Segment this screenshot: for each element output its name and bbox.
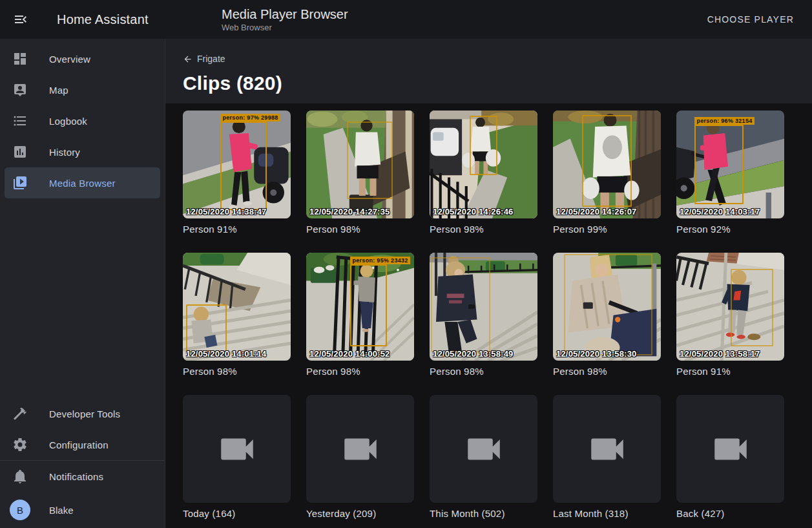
page-subtitle: Web Browser xyxy=(222,23,348,32)
user-name: Blake xyxy=(49,505,74,516)
folder-thumbnail[interactable] xyxy=(676,395,784,503)
view-dashboard-icon xyxy=(12,51,28,67)
sidebar-user-profile[interactable]: B Blake xyxy=(0,492,165,528)
clip-thumbnail[interactable]: person: 97% 2998812/05/2020 14:38:47 xyxy=(183,111,291,218)
video-icon xyxy=(339,428,382,470)
menu-open-icon xyxy=(13,12,28,27)
sidebar-item-logbook[interactable]: Logbook xyxy=(0,105,165,136)
app-title: Home Assistant xyxy=(57,12,149,27)
gear-icon xyxy=(12,437,28,452)
clip-card[interactable]: person: 95% 2343212/05/2020 14:00:52 Per… xyxy=(306,253,414,377)
clip-card[interactable]: 12/05/2020 14:01:14 Person 98% xyxy=(183,253,291,377)
sidebar-item-label: Developer Tools xyxy=(49,408,120,419)
sidebar-toggle-button[interactable] xyxy=(13,12,28,27)
page-title: Media Player Browser xyxy=(222,7,348,22)
folder-label: Yesterday (209) xyxy=(306,508,414,519)
arrow-left-icon xyxy=(183,54,193,64)
clip-thumbnail[interactable]: 12/05/2020 14:01:14 xyxy=(183,253,291,361)
choose-player-button[interactable]: CHOOSE PLAYER xyxy=(703,9,798,30)
sidebar-item-label: Logbook xyxy=(49,116,87,127)
clip-thumbnail[interactable]: 12/05/2020 14:26:46 xyxy=(430,111,537,218)
folder-label: Back (427) xyxy=(676,508,784,519)
media-browser-icon xyxy=(12,175,28,191)
clip-caption: Person 91% xyxy=(183,224,291,235)
sidebar-item-configuration[interactable]: Configuration xyxy=(0,429,165,460)
clip-card[interactable]: 12/05/2020 14:26:07 Person 99% xyxy=(553,111,661,235)
sidebar-item-label: Configuration xyxy=(49,439,109,450)
folder-card-today-164-[interactable]: Today (164) xyxy=(183,395,291,519)
sidebar-item-label: Overview xyxy=(49,54,90,65)
page-heading: Clips (820) xyxy=(183,72,812,94)
sidebar-item-media-browser[interactable]: Media Browser xyxy=(5,167,160,198)
clip-caption: Person 99% xyxy=(553,224,661,235)
clip-card[interactable]: 12/05/2020 13:58:49 Person 98% xyxy=(430,253,537,377)
content-header: Frigate Clips (820) xyxy=(165,39,812,103)
clip-thumbnail[interactable]: 12/05/2020 13:58:49 xyxy=(430,253,537,361)
sidebar-item-notifications[interactable]: Notifications xyxy=(0,461,165,492)
clip-card[interactable]: 12/05/2020 14:26:46 Person 98% xyxy=(430,111,537,235)
breadcrumb-back[interactable]: Frigate xyxy=(183,54,225,64)
top-app-bar: Home Assistant Media Player Browser Web … xyxy=(0,0,812,39)
video-icon xyxy=(216,428,258,470)
folder-thumbnail[interactable] xyxy=(183,395,291,503)
clip-thumbnail[interactable]: 12/05/2020 13:58:30 xyxy=(553,253,661,361)
clip-caption: Person 98% xyxy=(306,224,414,235)
clip-card[interactable]: 12/05/2020 14:27:35 Person 98% xyxy=(306,111,414,235)
folder-label: Today (164) xyxy=(183,508,291,519)
folder-label: Last Month (318) xyxy=(553,508,661,519)
sidebar-spacer xyxy=(0,198,165,394)
video-icon xyxy=(463,428,505,470)
clips-grid: person: 97% 2998812/05/2020 14:38:47 Per… xyxy=(165,103,812,519)
clip-thumbnail[interactable]: person: 95% 2343212/05/2020 14:00:52 xyxy=(306,253,414,361)
folder-card-this-month-502-[interactable]: This Month (502) xyxy=(430,395,537,519)
video-icon xyxy=(586,428,629,470)
folder-label: This Month (502) xyxy=(430,508,537,519)
sidebar-item-label: Map xyxy=(49,85,68,96)
sidebar-item-developer-tools[interactable]: Developer Tools xyxy=(0,398,165,429)
bell-icon xyxy=(12,469,28,484)
clip-caption: Person 98% xyxy=(430,366,537,377)
media-browser-content: Frigate Clips (820) person: 97% 2998812/… xyxy=(165,39,812,528)
sidebar-item-history[interactable]: History xyxy=(0,136,165,167)
sidebar-item-label: Media Browser xyxy=(49,178,116,189)
clip-card[interactable]: 12/05/2020 13:58:17 Person 91% xyxy=(676,253,784,377)
clip-caption: Person 91% xyxy=(676,366,784,377)
clip-thumbnail[interactable]: 12/05/2020 14:26:07 xyxy=(553,111,661,218)
account-location-icon xyxy=(12,82,28,98)
clip-card[interactable]: person: 96% 3215412/05/2020 14:03:17 Per… xyxy=(676,111,784,235)
folder-card-last-month-318-[interactable]: Last Month (318) xyxy=(553,395,661,519)
breadcrumb-label: Frigate xyxy=(197,54,225,64)
clip-thumbnail[interactable]: 12/05/2020 14:27:35 xyxy=(306,111,414,218)
folder-card-back-427-[interactable]: Back (427) xyxy=(676,395,784,519)
folder-thumbnail[interactable] xyxy=(306,395,414,503)
folder-thumbnail[interactable] xyxy=(553,395,661,503)
video-icon xyxy=(709,428,752,470)
media-player-header: Media Player Browser Web Browser xyxy=(222,7,348,32)
clip-caption: Person 92% xyxy=(676,224,784,235)
avatar: B xyxy=(10,500,30,520)
clip-caption: Person 98% xyxy=(183,366,291,377)
sidebar-item-map[interactable]: Map xyxy=(0,74,165,105)
clip-caption: Person 98% xyxy=(553,366,661,377)
clip-card[interactable]: 12/05/2020 13:58:30 Person 98% xyxy=(553,253,661,377)
sidebar-item-label: History xyxy=(49,147,80,158)
clip-thumbnail[interactable]: person: 96% 3215412/05/2020 14:03:17 xyxy=(676,111,784,218)
clip-caption: Person 98% xyxy=(430,224,537,235)
clip-thumbnail[interactable]: 12/05/2020 13:58:17 xyxy=(676,253,784,361)
sidebar-tools-nav: Developer Tools Configuration xyxy=(0,394,165,460)
folder-thumbnail[interactable] xyxy=(430,395,537,503)
folder-card-yesterday-209-[interactable]: Yesterday (209) xyxy=(306,395,414,519)
clip-caption: Person 98% xyxy=(306,366,414,377)
clip-card[interactable]: person: 97% 2998812/05/2020 14:38:47 Per… xyxy=(183,111,291,235)
sidebar-nav: Overview Map Logbook History Media Brows… xyxy=(0,39,165,198)
list-icon xyxy=(12,113,28,129)
sidebar: Overview Map Logbook History Media Brows… xyxy=(0,39,165,528)
sidebar-item-overview[interactable]: Overview xyxy=(0,43,165,74)
hammer-icon xyxy=(12,406,28,421)
sidebar-item-label: Notifications xyxy=(49,471,103,482)
chart-icon xyxy=(12,144,28,160)
